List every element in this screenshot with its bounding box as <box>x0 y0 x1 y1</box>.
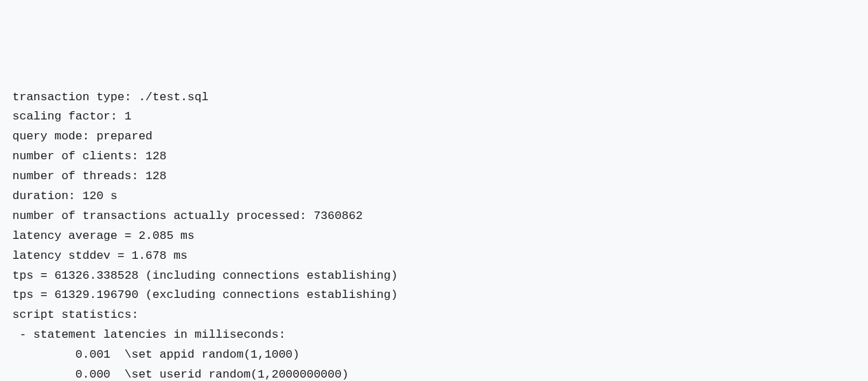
terminal-output: transaction type: ./test.sql scaling fac… <box>12 88 856 381</box>
